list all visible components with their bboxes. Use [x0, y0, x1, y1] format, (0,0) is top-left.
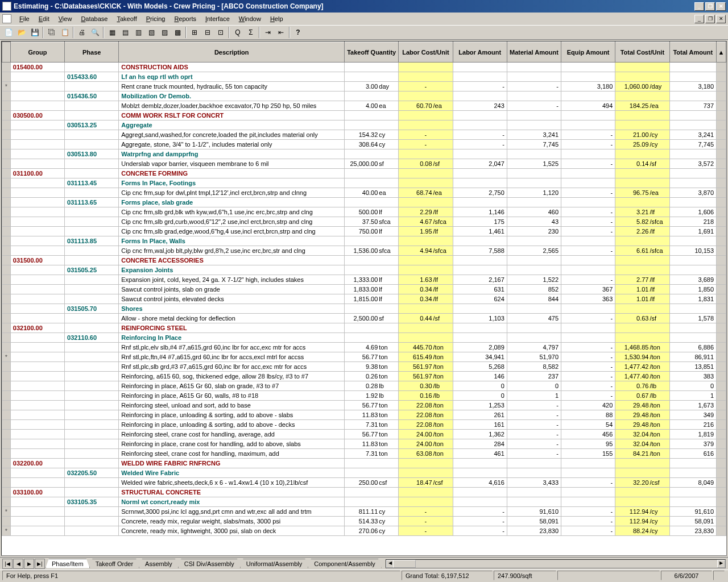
zoom-icon[interactable]: Q: [231, 26, 244, 39]
tot-cu-cell[interactable]: 1,060.00 /day: [615, 82, 669, 92]
labor-cu-cell[interactable]: 445.70 /ton: [399, 343, 453, 352]
labor-cu-cell[interactable]: 22.08 /ton: [399, 410, 453, 420]
mat-amt-cell[interactable]: 7,745: [507, 140, 561, 149]
labor-amt-cell[interactable]: 284: [453, 439, 507, 449]
labor-amt-cell[interactable]: 34,941: [453, 352, 507, 362]
row-header[interactable]: [2, 459, 11, 468]
equip-amt-cell[interactable]: 155: [561, 449, 615, 459]
table-row[interactable]: 031113.85Forms In Place, Walls: [2, 236, 726, 246]
row-header[interactable]: [2, 439, 11, 449]
table-row[interactable]: 015433.60Lf an hs eqp rtl wth oprt: [2, 72, 726, 82]
row-header[interactable]: [2, 478, 11, 488]
group-cell[interactable]: 015400.00: [10, 63, 64, 72]
labor-amt-cell[interactable]: 631: [453, 285, 507, 294]
vscroll-cell[interactable]: [717, 439, 726, 449]
qty-cell[interactable]: 1,333.00 lf: [345, 275, 399, 285]
desc-cell[interactable]: Concrete, ready mix, lightweight, 3000 p…: [119, 526, 345, 536]
table-row[interactable]: 032100.00REINFORCING STEEL: [2, 323, 726, 333]
desc-cell[interactable]: Reinforcing steel, unload and sort, add …: [119, 401, 345, 410]
row-header[interactable]: [2, 101, 11, 111]
tot-amt-cell[interactable]: 1,673: [669, 401, 717, 410]
desc-cell[interactable]: CONSTRUCTION AIDS: [119, 63, 345, 72]
table-row[interactable]: Reinforcing in place, A615 Gr 60, walls,…: [2, 391, 726, 401]
phase-cell[interactable]: 032205.50: [65, 468, 119, 478]
vscroll-cell[interactable]: [717, 526, 726, 536]
mat-amt-cell[interactable]: 844: [507, 294, 561, 304]
labor-amt-cell[interactable]: 1,103: [453, 314, 507, 323]
mat-amt-cell[interactable]: -: [507, 430, 561, 439]
tot-cu-cell[interactable]: 1,477.42 /ton: [615, 362, 669, 372]
labor-amt-cell[interactable]: 175: [453, 217, 507, 227]
labor-cu-cell[interactable]: -: [399, 130, 453, 140]
table-row[interactable]: *Concrete, ready mix, lightweight, 3000 …: [2, 526, 726, 536]
tool-icon[interactable]: ⇤: [275, 26, 287, 39]
labor-cu-cell[interactable]: 1.95 /lf: [399, 227, 453, 236]
phase-cell[interactable]: 015433.60: [65, 72, 119, 82]
desc-cell[interactable]: Allow - shore metal decking for deflecti…: [119, 314, 345, 323]
desc-cell[interactable]: STRUCTURAL CONCRETE: [119, 488, 345, 497]
scroll-right-icon[interactable]: ▶: [717, 560, 725, 568]
equip-amt-cell[interactable]: 367: [561, 285, 615, 294]
tool-icon[interactable]: ▦: [106, 26, 118, 39]
row-header[interactable]: [2, 372, 11, 381]
desc-cell[interactable]: Cip cnc frm,sup for dwl,plnt tmpl,12'12'…: [119, 188, 345, 198]
desc-cell[interactable]: Reinforcing steel, crane cost for handli…: [119, 430, 345, 439]
preview-icon[interactable]: 🔍: [89, 26, 101, 39]
phase-cell[interactable]: 031113.65: [65, 198, 119, 207]
vscroll-cell[interactable]: [717, 217, 726, 227]
qty-cell[interactable]: 250.00 csf: [345, 478, 399, 488]
equip-amt-cell[interactable]: -: [561, 352, 615, 362]
tot-cu-cell[interactable]: 112.94 /cy: [615, 507, 669, 517]
tot-amt-cell[interactable]: 91,610: [669, 507, 717, 517]
equip-amt-cell[interactable]: -: [561, 227, 615, 236]
col-qty[interactable]: Takeoff Quantity: [345, 42, 399, 63]
labor-cu-cell[interactable]: 24.00 /ton: [399, 439, 453, 449]
labor-amt-cell[interactable]: 0: [453, 391, 507, 401]
vscroll-cell[interactable]: [717, 130, 726, 140]
row-header[interactable]: *: [2, 526, 11, 536]
menu-file[interactable]: File: [15, 14, 34, 23]
row-header[interactable]: [2, 497, 11, 507]
desc-cell[interactable]: Cip cnc frm,slb grd,curb,wood,6"12",2 us…: [119, 217, 345, 227]
table-row[interactable]: 031100.00CONCRETE FORMING: [2, 169, 726, 178]
tot-cu-cell[interactable]: 1,477.40 /ton: [615, 372, 669, 381]
row-header[interactable]: [2, 198, 11, 207]
vscroll-cell[interactable]: [717, 227, 726, 236]
tot-amt-cell[interactable]: 1,606: [669, 207, 717, 217]
desc-cell[interactable]: Shores: [119, 304, 345, 314]
qty-cell[interactable]: 11.83 ton: [345, 439, 399, 449]
labor-amt-cell[interactable]: 624: [453, 294, 507, 304]
labor-amt-cell[interactable]: 5,268: [453, 362, 507, 372]
tot-cu-cell[interactable]: 6.61 /sfca: [615, 246, 669, 256]
equip-amt-cell[interactable]: -: [561, 217, 615, 227]
table-row[interactable]: Sawcut control joints, elevated decks1,8…: [2, 294, 726, 304]
menu-window[interactable]: Window: [234, 14, 266, 23]
row-header[interactable]: [2, 420, 11, 430]
vscroll-cell[interactable]: [717, 198, 726, 207]
equip-amt-cell[interactable]: 420: [561, 401, 615, 410]
labor-amt-cell[interactable]: -: [453, 140, 507, 149]
desc-cell[interactable]: Norml wt concrt,ready mix: [119, 497, 345, 507]
mat-amt-cell[interactable]: -: [507, 401, 561, 410]
tot-cu-cell[interactable]: 0.14 /sf: [615, 159, 669, 169]
row-header[interactable]: [2, 159, 11, 169]
mat-amt-cell[interactable]: 1,525: [507, 159, 561, 169]
mat-amt-cell[interactable]: -: [507, 82, 561, 92]
mat-amt-cell[interactable]: 1,522: [507, 275, 561, 285]
qty-cell[interactable]: 2,500.00 sf: [345, 314, 399, 323]
qty-cell[interactable]: 1,536.00 sfca: [345, 246, 399, 256]
desc-cell[interactable]: Welded wire fabric,sheets,deck,6 x 6 - w…: [119, 478, 345, 488]
labor-amt-cell[interactable]: -: [453, 130, 507, 140]
qty-cell[interactable]: 750.00 lf: [345, 227, 399, 236]
row-header[interactable]: [2, 111, 11, 120]
labor-amt-cell[interactable]: 243: [453, 101, 507, 111]
col-tot-cu[interactable]: Total Cost/Unit: [615, 42, 669, 63]
tot-amt-cell[interactable]: 379: [669, 439, 717, 449]
menu-interface[interactable]: Interface: [201, 14, 234, 23]
equip-amt-cell[interactable]: -: [561, 372, 615, 381]
labor-cu-cell[interactable]: -: [399, 526, 453, 536]
table-row[interactable]: Allow - shore metal decking for deflecti…: [2, 314, 726, 323]
doc-close-button[interactable]: ✕: [716, 15, 726, 23]
tot-cu-cell[interactable]: 0.67 /lb: [615, 391, 669, 401]
table-row[interactable]: Sawcut control joints, slab on grade1,83…: [2, 285, 726, 294]
